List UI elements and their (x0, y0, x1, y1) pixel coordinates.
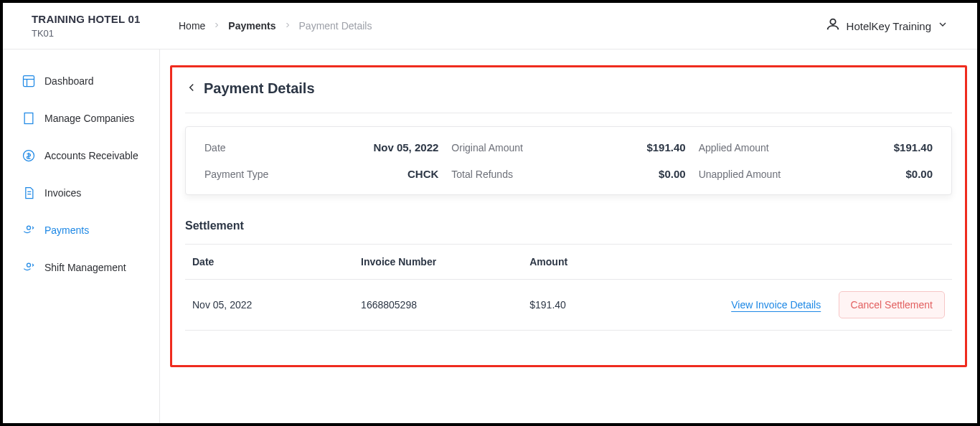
cell-amount: $191.40 (529, 299, 672, 311)
table-header: Date Invoice Number Amount (185, 245, 952, 280)
sidebar-item-label: Invoices (44, 187, 81, 199)
highlight-frame: Payment Details Date Nov 05, 2022 Origin… (170, 65, 967, 367)
hotel-block: TRAINING HOTEL 01 TK01 (32, 13, 179, 39)
document-icon (22, 186, 36, 200)
summary-paytype-label: Payment Type (204, 169, 321, 180)
chevron-right-icon (283, 20, 292, 32)
svg-point-14 (27, 226, 31, 229)
view-invoice-details-link[interactable]: View Invoice Details (672, 299, 828, 311)
divider (185, 113, 952, 113)
sidebar-item-payments[interactable]: Payments (3, 214, 159, 246)
col-amount: Amount (529, 256, 672, 268)
summary-applied-amt-value: $191.40 (827, 141, 933, 153)
sidebar-item-label: Payments (44, 224, 89, 236)
sidebar-item-label: Dashboard (44, 75, 94, 87)
settlement-section-title: Settlement (185, 219, 952, 232)
col-invoice: Invoice Number (361, 256, 529, 268)
dashboard-icon (22, 74, 36, 88)
cell-date: Nov 05, 2022 (192, 299, 361, 311)
summary-unapplied-value: $0.00 (827, 168, 933, 180)
chevron-down-icon (937, 19, 948, 33)
summary-orig-amt-value: $191.40 (580, 141, 686, 153)
dollar-icon (22, 148, 36, 163)
sidebar-item-dashboard[interactable]: Dashboard (3, 65, 159, 97)
svg-rect-4 (24, 113, 33, 124)
breadcrumb-current: Payment Details (299, 20, 372, 32)
page-title-row: Payment Details (185, 80, 952, 97)
breadcrumb-home[interactable]: Home (179, 20, 205, 32)
payment-summary-card: Date Nov 05, 2022 Original Amount $191.4… (185, 126, 952, 195)
topbar: TRAINING HOTEL 01 TK01 Home Payments Pay… (3, 3, 977, 49)
payments-icon (22, 223, 36, 237)
svg-point-0 (830, 19, 835, 24)
cell-invoice: 1668805298 (361, 299, 529, 311)
shift-icon (22, 260, 36, 275)
summary-date-label: Date (204, 142, 321, 153)
sidebar-item-shift-management[interactable]: Shift Management (3, 252, 159, 283)
main-content: Payment Details Date Nov 05, 2022 Origin… (160, 49, 977, 423)
table-row: Nov 05, 2022 1668805298 $191.40 View Inv… (185, 280, 952, 331)
page-title: Payment Details (204, 80, 315, 97)
building-icon (22, 111, 36, 126)
sidebar-item-label: Manage Companies (44, 113, 134, 124)
summary-paytype-value: CHCK (334, 168, 439, 180)
breadcrumb: Home Payments Payment Details (179, 20, 825, 32)
back-icon[interactable] (185, 81, 198, 97)
summary-date-value: Nov 05, 2022 (334, 141, 439, 153)
user-name: HotelKey Training (847, 20, 931, 32)
sidebar-item-label: Accounts Receivable (44, 150, 138, 161)
settlement-table: Date Invoice Number Amount Nov 05, 2022 … (185, 245, 952, 331)
summary-unapplied-label: Unapplied Amount (699, 169, 815, 180)
cancel-settlement-button[interactable]: Cancel Settlement (839, 291, 945, 318)
svg-rect-1 (24, 76, 34, 87)
svg-point-15 (27, 263, 31, 267)
hotel-name: TRAINING HOTEL 01 (32, 13, 179, 25)
breadcrumb-payments[interactable]: Payments (228, 20, 275, 32)
user-menu[interactable]: HotelKey Training (825, 16, 948, 35)
summary-orig-amt-label: Original Amount (451, 142, 567, 153)
summary-refunds-value: $0.00 (580, 168, 686, 180)
sidebar: Dashboard Manage Companies Accounts Rece… (3, 49, 160, 423)
sidebar-item-invoices[interactable]: Invoices (3, 177, 159, 209)
sidebar-item-manage-companies[interactable]: Manage Companies (3, 103, 159, 134)
user-icon (825, 16, 841, 35)
chevron-right-icon (212, 20, 221, 32)
sidebar-item-accounts-receivable[interactable]: Accounts Receivable (3, 140, 159, 171)
col-date: Date (192, 256, 361, 268)
sidebar-item-label: Shift Management (44, 262, 126, 273)
hotel-code: TK01 (32, 28, 179, 39)
summary-refunds-label: Total Refunds (451, 169, 567, 180)
summary-applied-amt-label: Applied Amount (699, 142, 815, 153)
